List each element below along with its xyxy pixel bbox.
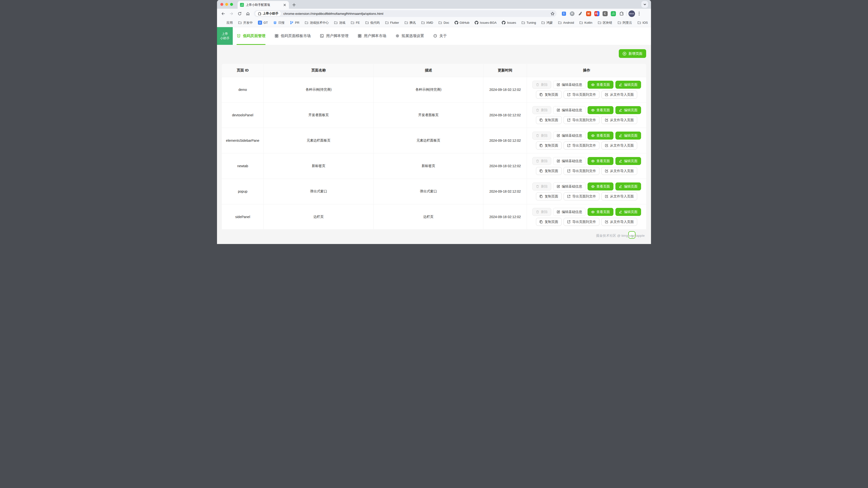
add-page-button[interactable]: 新增页面 (619, 49, 646, 58)
view-page-button[interactable]: 查看页面 (588, 106, 614, 114)
copy-page-button[interactable]: 复制页面 (536, 167, 562, 175)
extension-name-chip[interactable]: 上帝小助手 (255, 11, 281, 16)
edit-page-button[interactable]: 编辑页面 (615, 208, 641, 216)
tab-用户脚本管理[interactable]: 用户脚本管理 (320, 27, 348, 45)
import-page-button[interactable]: 从文件导入页面 (601, 167, 637, 175)
bookmark-item-日报[interactable]: 日报 (271, 20, 287, 26)
tab-关于[interactable]: 关于 (433, 27, 447, 45)
bookmark-item-Android[interactable]: Android (556, 20, 576, 25)
edit-page-button[interactable]: 编辑页面 (615, 106, 641, 114)
bookmark-label: 游戏 (339, 21, 345, 25)
button-label: 查看页面 (596, 184, 610, 189)
bookmark-item-阿里云[interactable]: 阿里云 (615, 20, 634, 26)
delete-button[interactable]: 删除 (532, 81, 551, 89)
import-page-button[interactable]: 从文件导入页面 (601, 91, 637, 99)
delete-button[interactable]: 删除 (532, 131, 551, 140)
import-page-button[interactable]: 从文件导入页面 (601, 142, 637, 150)
bookmark-item-IOS[interactable]: IOS (635, 20, 650, 25)
delete-button[interactable]: 删除 (532, 208, 551, 216)
clover-icon[interactable]: ⌘ (569, 11, 575, 17)
edit-basic-info-button[interactable]: 编辑基础信息 (553, 131, 586, 140)
back-button[interactable] (219, 10, 227, 17)
edit-basic-info-button[interactable]: 编辑基础信息 (553, 208, 586, 216)
bookmark-item-鸿蒙[interactable]: 鸿蒙 (539, 20, 555, 26)
tab-拓展选项设置[interactable]: 拓展选项设置 (396, 27, 424, 45)
browser-menu-icon[interactable] (636, 10, 642, 17)
minimize-window-button[interactable] (225, 3, 228, 6)
bookmark-item-GitHub[interactable]: GitHub (453, 20, 471, 25)
tab-用户脚本市场[interactable]: 用户脚本市场 (358, 27, 386, 45)
c-badge[interactable]: C (602, 11, 608, 17)
copy-page-button[interactable]: 复制页面 (536, 91, 562, 99)
bookmark-item-开发中[interactable]: 开发中 (236, 20, 255, 26)
view-page-button[interactable]: 查看页面 (588, 131, 614, 140)
tab-低码页面管理[interactable]: 5低码页面管理 (237, 27, 266, 45)
bookmark-star-icon[interactable] (549, 10, 556, 17)
zoom-window-button[interactable] (230, 3, 233, 6)
view-page-button[interactable]: 查看页面 (588, 81, 614, 89)
edit-page-button[interactable]: 编辑页面 (615, 157, 641, 165)
export-page-button[interactable]: 导出页面到文件 (564, 116, 599, 124)
markdown-badge[interactable]: M (586, 11, 591, 17)
close-window-button[interactable] (220, 3, 223, 6)
bookmark-item-Doc[interactable]: Doc (436, 20, 451, 25)
new-tab-button[interactable] (291, 2, 297, 8)
export-page-button[interactable]: 导出页面到文件 (564, 167, 599, 175)
url-text[interactable]: chrome-extension://ninpdibcdfbbfmofiameg… (281, 12, 549, 16)
bookmark-item-Issues[interactable]: Issues (500, 20, 518, 25)
fe-badge[interactable]: FE (594, 11, 600, 17)
reload-button[interactable] (236, 10, 243, 17)
export-icon (567, 144, 570, 147)
bookmark-item-区块链[interactable]: 区块链 (595, 20, 614, 26)
edit-page-button[interactable]: 编辑页面 (615, 131, 641, 140)
bookmark-item-腾讯[interactable]: 腾讯 (402, 20, 418, 26)
extensions-menu-button[interactable] (619, 11, 624, 17)
tab-search-button[interactable] (641, 1, 648, 8)
import-page-button[interactable]: 从文件导入页面 (601, 192, 637, 201)
tab-close-icon[interactable] (283, 3, 286, 7)
tab-低码页面模板市场[interactable]: 低码页面模板市场 (275, 27, 311, 45)
edit-basic-info-button[interactable]: 编辑基础信息 (553, 81, 586, 89)
edit-basic-info-button[interactable]: 编辑基础信息 (553, 182, 586, 190)
copy-page-button[interactable]: 复制页面 (536, 142, 562, 150)
bookmark-item-PR[interactable]: PR (288, 20, 302, 25)
eyedropper-icon[interactable] (578, 11, 583, 17)
bookmark-item-Kotlin[interactable]: Kotlin (577, 20, 595, 25)
god-helper-badge[interactable]: 上帝小助手 (610, 11, 616, 17)
bookmark-item-游戏[interactable]: 游戏 (332, 20, 347, 26)
export-page-button[interactable]: 导出页面到文件 (564, 142, 599, 150)
profile-avatar[interactable]: BGA (628, 10, 635, 17)
view-page-button[interactable]: 查看页面 (588, 157, 614, 165)
bookmark-item-XMD[interactable]: XMD (419, 20, 435, 25)
translate-icon[interactable]: 文 (561, 11, 567, 17)
bookmark-item-Issues-BGA[interactable]: Issues-BGA (472, 20, 499, 25)
bookmark-item-GT[interactable]: 文GT (256, 20, 270, 26)
address-bar[interactable]: 上帝小助手 chrome-extension://ninpdibcdfbbfmo… (254, 10, 557, 17)
delete-button[interactable]: 删除 (532, 157, 551, 165)
browser-tab[interactable]: 上帝小助手 上帝小助手配置项 (238, 1, 289, 9)
bookmark-item-游戏技术中心[interactable]: 游戏技术中心 (303, 20, 331, 26)
bookmark-item-低代码[interactable]: 低代码 (363, 20, 382, 26)
export-page-button[interactable]: 导出页面到文件 (564, 192, 599, 201)
edit-basic-info-button[interactable]: 编辑基础信息 (553, 157, 586, 165)
edit-basic-info-button[interactable]: 编辑基础信息 (553, 106, 586, 114)
view-page-button[interactable]: 查看页面 (588, 208, 614, 216)
export-page-button[interactable]: 导出页面到文件 (564, 91, 599, 99)
copy-page-button[interactable]: 复制页面 (536, 218, 562, 226)
view-page-button[interactable]: 查看页面 (588, 182, 614, 190)
import-page-button[interactable]: 从文件导入页面 (601, 116, 637, 124)
copy-page-button[interactable]: 复制页面 (536, 116, 562, 124)
export-page-button[interactable]: 导出页面到文件 (564, 218, 599, 226)
bookmark-item-Tuning[interactable]: Tuning (519, 20, 538, 25)
bookmark-item-Flutter[interactable]: Flutter (383, 20, 401, 25)
copy-page-button[interactable]: 复制页面 (536, 192, 562, 201)
bookmark-item-应用[interactable]: 应用 (220, 20, 235, 26)
forward-button[interactable] (228, 10, 235, 17)
import-page-button[interactable]: 从文件导入页面 (601, 218, 637, 226)
delete-button[interactable]: 删除 (532, 182, 551, 190)
edit-page-button[interactable]: 编辑页面 (615, 182, 641, 190)
delete-button[interactable]: 删除 (532, 106, 551, 114)
edit-page-button[interactable]: 编辑页面 (615, 81, 641, 89)
bookmark-item-FE[interactable]: FE (348, 20, 362, 25)
home-button[interactable] (244, 10, 251, 17)
